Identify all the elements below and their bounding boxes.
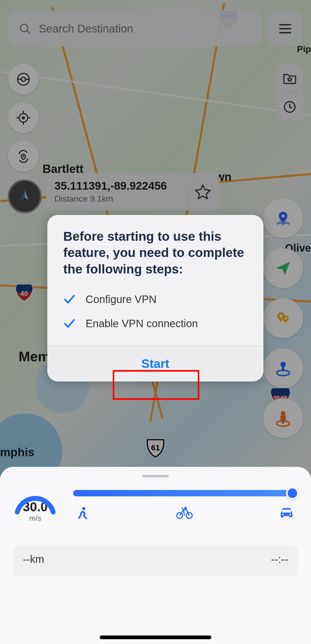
check-icon: [63, 293, 75, 305]
step-label: Enable VPN connection: [86, 318, 198, 330]
car-icon: [278, 506, 295, 519]
walk-icon: [76, 506, 91, 521]
modal-title: Before starting to use this feature, you…: [63, 228, 247, 277]
svg-point-37: [184, 507, 187, 509]
slider-thumb[interactable]: [286, 487, 299, 500]
bike-icon: [176, 506, 193, 519]
bottom-sheet[interactable]: 30.0 m/s: [0, 467, 311, 644]
step-label: Configure VPN: [86, 293, 157, 305]
trip-time: --:--: [271, 553, 288, 565]
trip-row: --km --:--: [13, 545, 298, 576]
speed-unit: m/s: [29, 514, 41, 523]
svg-point-40: [289, 514, 291, 515]
svg-point-34: [82, 507, 85, 510]
trip-distance: --km: [23, 553, 44, 565]
speed-gauge: 30.0 m/s: [13, 488, 57, 523]
walk-mode[interactable]: [76, 506, 91, 521]
sheet-handle[interactable]: [142, 475, 169, 477]
step-configure-vpn: Configure VPN: [63, 293, 247, 305]
car-mode[interactable]: [278, 506, 295, 521]
bike-mode[interactable]: [176, 506, 193, 521]
speed-slider[interactable]: [73, 490, 298, 496]
home-indicator[interactable]: [100, 635, 211, 639]
svg-point-39: [282, 514, 284, 515]
start-button[interactable]: Start: [141, 356, 169, 371]
check-icon: [63, 317, 75, 330]
vpn-setup-modal: Before starting to use this feature, you…: [47, 215, 263, 381]
step-enable-vpn: Enable VPN connection: [63, 317, 247, 330]
svg-rect-38: [282, 510, 291, 513]
